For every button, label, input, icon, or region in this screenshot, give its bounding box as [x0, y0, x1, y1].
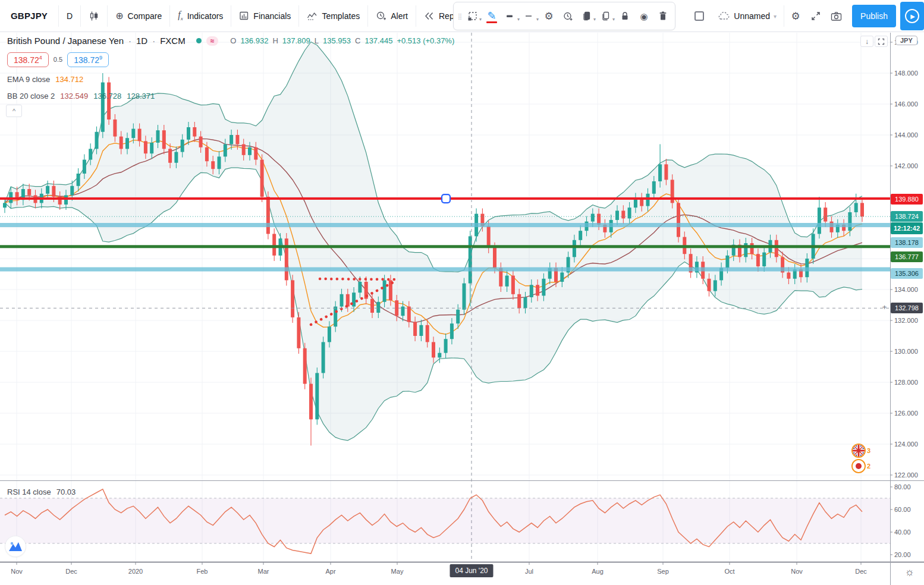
time-tick: Mar [258, 568, 269, 575]
replay-icon [424, 11, 435, 21]
current-price-label: 138.724 [891, 211, 923, 222]
drawing-tool-button[interactable]: ✎ [482, 5, 501, 27]
alert-clock-icon [376, 11, 386, 21]
price-tick: 148.000 [894, 69, 918, 77]
checkbox[interactable] [694, 11, 704, 21]
price-tick: 134.000 [894, 285, 918, 294]
japan-flag-icon [851, 459, 866, 473]
chart-legend: British Pound / Japanese Yen · 1D · FXCM… [7, 36, 454, 100]
templates-button[interactable]: Templates [299, 0, 367, 32]
price-line-label: 138.178 [891, 237, 923, 248]
snapshot-button[interactable] [827, 5, 845, 27]
camera-icon [831, 11, 842, 21]
maximize-pane-button[interactable] [875, 36, 888, 47]
chevron-down-icon: ▾ [774, 13, 777, 20]
event-count: 2 [867, 463, 870, 470]
eye-icon: ◉ [640, 12, 648, 21]
play-icon: ▶ [905, 9, 919, 23]
event-badge[interactable]: 3 [851, 444, 870, 458]
rsi-tick: 60.00 [894, 505, 911, 514]
drawing-settings-toolbar: ⣿ ▾ ✎ ▾ ▾ ⚙ ▾ ▾ ◉ [453, 2, 675, 30]
compare-icon: ⊕ [115, 11, 123, 21]
interval-label[interactable]: 1D [136, 36, 147, 46]
market-open-icon [196, 38, 202, 43]
candlestick-icon [89, 11, 99, 21]
uk-flag-icon [851, 444, 866, 458]
add-alert-button[interactable] [558, 5, 577, 27]
financials-button[interactable]: Financials [231, 0, 298, 32]
color-swatch [486, 21, 497, 23]
compare-button[interactable]: ⊕Compare [108, 0, 169, 32]
settings-button[interactable]: ⚙ [539, 5, 558, 27]
remove-button[interactable] [653, 5, 672, 27]
add-order-plus-icon[interactable]: + [880, 303, 889, 312]
thin-line-icon [524, 11, 535, 21]
event-badges[interactable]: 32 [851, 444, 870, 473]
spread-value: 0.5 [54, 56, 62, 63]
price-tick: 132.000 [894, 316, 918, 325]
line-style-button[interactable]: ▾ [520, 5, 539, 27]
price-tick: 122.000 [894, 471, 918, 479]
thick-line-icon [505, 11, 516, 21]
price-tick: 126.000 [894, 409, 918, 417]
time-tick: Apr [325, 568, 335, 575]
crosshair-date-label: 04 Jun '20 [450, 564, 493, 577]
time-tick: Sep [657, 568, 669, 575]
select-tool-button[interactable]: ▾ [463, 5, 482, 27]
event-badge[interactable]: 2 [851, 459, 870, 473]
time-tick: May [391, 568, 404, 575]
bar-countdown-label: 12:12:42 [891, 222, 923, 234]
top-toolbar: GBPJPY D ⊕Compare fxIndicators Financial… [0, 0, 924, 32]
cloud-icon [717, 11, 730, 21]
currency-unit-button[interactable]: JPY [895, 36, 917, 45]
time-axis-settings-icon[interactable]: ☼ [905, 566, 915, 578]
chart-style-button[interactable] [81, 0, 107, 32]
rsi-legend-row[interactable]: RSI 14 close 70.03 [7, 488, 76, 496]
time-tick: Dec [65, 568, 77, 575]
price-tick: 130.000 [894, 347, 918, 356]
price-tick: 124.000 [894, 440, 918, 448]
chart-properties-button[interactable]: ⚙ [787, 5, 804, 27]
publish-button[interactable]: Publish [852, 5, 896, 27]
price-tick: 146.000 [894, 100, 918, 108]
financials-icon [239, 11, 249, 21]
line-width-button[interactable]: ▾ [501, 5, 520, 27]
interval-button[interactable]: D [59, 0, 80, 32]
price-axis[interactable]: 150.000148.000146.000144.000142.000140.0… [891, 33, 924, 585]
trash-icon [658, 11, 668, 21]
lock-button[interactable] [615, 5, 634, 27]
symbol-label: GBPJPY [11, 11, 48, 21]
pane-collapse-button[interactable]: ^ [6, 105, 22, 117]
layout-name-label: Unnamed [734, 11, 770, 21]
time-tick: Feb [197, 568, 208, 575]
drag-handle[interactable]: ⣿ [456, 5, 463, 27]
bb-lower-value: 132.549 [60, 92, 88, 100]
fullscreen-button[interactable] [807, 5, 825, 27]
symbol-title[interactable]: British Pound / Japanese Yen [7, 36, 124, 46]
scroll-to-recent-button[interactable]: ↓ [860, 36, 873, 47]
rsi-tick: 40.00 [894, 528, 911, 536]
copy-button[interactable]: ▾ [596, 5, 615, 27]
layout-menu[interactable]: Unnamed ▾ [712, 11, 781, 21]
bid-price[interactable]: 138.724 [7, 52, 49, 67]
bb-legend-row[interactable]: BB 20 close 2 132.549 136.728 128.371 [7, 92, 454, 100]
ema-value: 134.712 [55, 75, 83, 84]
ask-price[interactable]: 138.729 [67, 52, 109, 67]
maximize-icon [878, 38, 885, 45]
publish-idea-button[interactable]: ▶ [900, 2, 924, 30]
crosshair-price-label: 132.798 [891, 303, 923, 313]
hide-button[interactable]: ◉ [634, 5, 653, 27]
rsi-value: 70.03 [56, 488, 76, 496]
delayed-data-badge[interactable]: ≈ [206, 36, 219, 46]
price-line-label: 136.777 [891, 251, 923, 262]
time-axis[interactable]: NovDec2020FebMarAprMayJulAugSepOctNovDec… [0, 562, 890, 585]
price-tick: 142.000 [894, 162, 918, 170]
alert-button[interactable]: Alert [368, 0, 416, 32]
clone-button[interactable]: ▾ [577, 5, 596, 27]
exchange-label[interactable]: FXCM [160, 36, 186, 46]
ema-legend-row[interactable]: EMA 9 close 134.712 [7, 75, 454, 84]
indicators-button[interactable]: fxIndicators [170, 0, 231, 32]
symbol-button[interactable]: GBPJPY [0, 0, 58, 32]
pencil-icon: ✎ [487, 11, 496, 21]
time-tick: Jul [525, 568, 533, 575]
